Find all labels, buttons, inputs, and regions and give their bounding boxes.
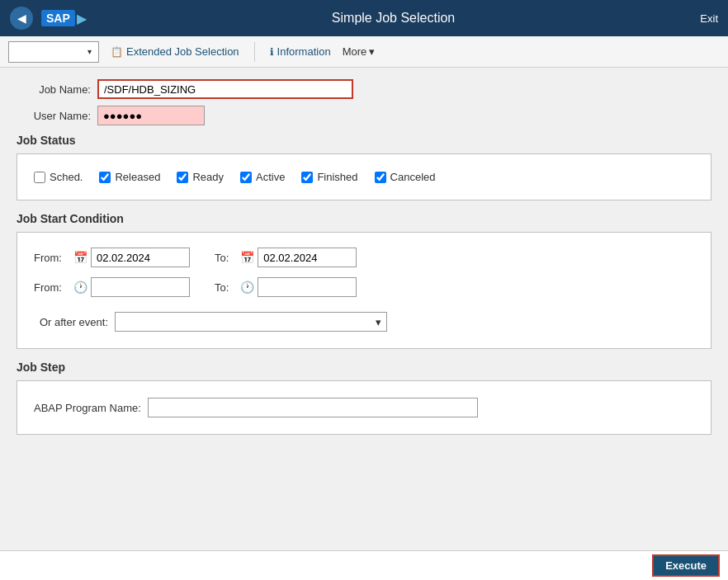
more-chevron-icon: ▾ — [369, 45, 375, 58]
sap-arrow-icon: ▶ — [77, 11, 87, 26]
job-step-section: Job Step ABAP Program Name: — [17, 361, 711, 435]
event-chevron-icon: ▾ — [376, 316, 381, 328]
canceled-checkbox[interactable] — [375, 172, 386, 183]
job-name-input[interactable] — [97, 79, 353, 99]
toolbar: ▾ 📋 Extended Job Selection ℹ Information… — [0, 36, 728, 68]
to-time-label: To: — [215, 281, 232, 294]
extended-job-icon: 📋 — [111, 46, 123, 58]
checkbox-released: Released — [99, 171, 160, 183]
finished-label: Finished — [317, 171, 357, 183]
job-name-label: Job Name: — [17, 83, 91, 96]
more-label: More — [343, 45, 367, 58]
from-time-group: 🕐 — [73, 277, 190, 297]
abap-input[interactable] — [148, 398, 478, 417]
information-label: Information — [277, 45, 331, 58]
job-start-title: Job Start Condition — [17, 212, 711, 225]
from-time-input[interactable] — [91, 277, 190, 297]
more-button[interactable]: More ▾ — [343, 45, 376, 58]
ready-checkbox[interactable] — [177, 172, 188, 183]
checkbox-sched: Sched. — [34, 171, 83, 183]
to-time-group: 🕐 — [240, 277, 357, 297]
to-date-group: 📅 — [240, 248, 357, 267]
job-name-row: Job Name: — [17, 79, 711, 99]
job-step-title: Job Step — [17, 361, 711, 374]
finished-checkbox[interactable] — [301, 172, 313, 183]
sched-label: Sched. — [50, 171, 83, 183]
checkbox-finished: Finished — [301, 171, 357, 183]
job-status-box: Sched. Released Ready Active Finished — [17, 153, 711, 200]
calendar-from-icon[interactable]: 📅 — [73, 251, 87, 264]
ready-label: Ready — [192, 171, 224, 183]
to-date-input[interactable] — [258, 248, 357, 267]
from-date-input[interactable] — [91, 248, 190, 267]
canceled-label: Canceled — [390, 171, 436, 183]
clock-to-icon[interactable]: 🕐 — [240, 281, 254, 294]
event-row: Or after event: ▾ — [31, 305, 697, 338]
to-date-label: To: — [215, 252, 232, 264]
app-header: ◀ SAP ▶ Simple Job Selection Exit — [0, 0, 728, 36]
event-label: Or after event: — [34, 316, 108, 328]
user-name-row: User Name: — [17, 106, 711, 125]
job-status-title: Job Status — [17, 134, 711, 147]
job-start-section: Job Start Condition From: 📅 To: 📅 From: — [17, 212, 711, 349]
info-icon: ℹ — [270, 46, 274, 58]
user-name-label: User Name: — [17, 110, 91, 122]
page-title: Simple Job Selection — [87, 11, 701, 26]
job-step-box: ABAP Program Name: — [17, 380, 711, 435]
toolbar-separator-1 — [254, 42, 255, 62]
sap-logo: SAP ▶ — [41, 10, 87, 26]
back-button[interactable]: ◀ — [10, 7, 33, 30]
released-label: Released — [115, 171, 160, 183]
from-date-label: From: — [34, 252, 65, 264]
exit-button[interactable]: Exit — [700, 12, 718, 25]
from-time-label: From: — [34, 281, 65, 294]
clock-from-icon[interactable]: 🕐 — [73, 281, 87, 294]
to-time-input[interactable] — [258, 277, 357, 297]
execute-button[interactable]: Execute — [652, 554, 720, 577]
toolbar-dropdown[interactable]: ▾ — [8, 41, 99, 63]
abap-row: ABAP Program Name: — [31, 391, 697, 424]
abap-label: ABAP Program Name: — [34, 402, 141, 414]
extended-job-label: Extended Job Selection — [126, 45, 239, 58]
extended-job-button[interactable]: 📋 Extended Job Selection — [104, 43, 246, 60]
checkbox-canceled: Canceled — [375, 171, 436, 183]
sched-checkbox[interactable] — [34, 172, 45, 183]
released-checkbox[interactable] — [99, 172, 111, 183]
information-button[interactable]: ℹ Information — [263, 43, 338, 60]
active-label: Active — [256, 171, 285, 183]
main-content: Job Name: User Name: Job Status Sched. R… — [0, 68, 728, 580]
checkbox-row: Sched. Released Ready Active Finished — [31, 164, 697, 190]
checkbox-ready: Ready — [177, 171, 224, 183]
sap-logo-text: SAP — [41, 10, 75, 26]
from-date-group: 📅 — [73, 248, 190, 267]
calendar-to-icon[interactable]: 📅 — [240, 251, 254, 264]
active-checkbox[interactable] — [240, 172, 252, 183]
user-name-input[interactable] — [97, 106, 205, 125]
chevron-down-icon: ▾ — [87, 47, 92, 56]
event-select[interactable]: ▾ — [115, 312, 387, 332]
back-icon: ◀ — [17, 12, 26, 25]
job-start-box: From: 📅 To: 📅 From: 🕐 To: — [17, 232, 711, 349]
checkbox-active: Active — [240, 171, 285, 183]
bottom-bar: Execute — [0, 550, 728, 580]
job-status-section: Job Status Sched. Released Ready Active — [17, 134, 711, 200]
